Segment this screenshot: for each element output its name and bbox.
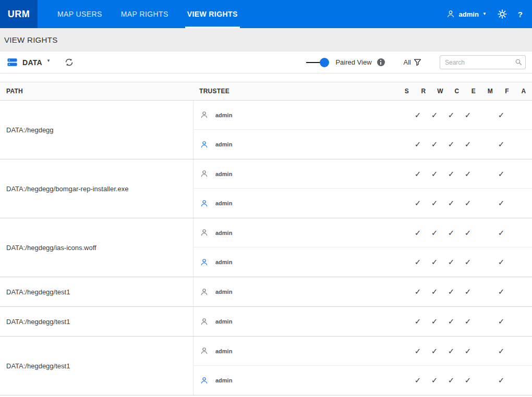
rights-cells: ✓✓✓✓✓	[393, 346, 526, 356]
trustee-row[interactable]: admin✓✓✓✓✓	[194, 247, 532, 277]
page-title: VIEW RIGHTS	[4, 35, 57, 44]
trustee-name: admin	[215, 289, 232, 295]
right-cell-m	[476, 140, 493, 149]
trustee-column-header: TRUSTEE	[193, 88, 398, 95]
right-cell-f: ✓	[493, 346, 510, 356]
trustee-name: admin	[215, 259, 232, 265]
user-icon	[200, 169, 209, 178]
right-cell-r: ✓	[409, 169, 426, 179]
rights-cells: ✓✓✓✓✓	[393, 228, 526, 238]
nav-item-view-rights[interactable]: VIEW RIGHTS	[178, 0, 247, 28]
trustee-name: admin	[215, 318, 232, 325]
rights-cells: ✓✓✓✓✓	[393, 140, 526, 149]
help-button[interactable]: ?	[518, 10, 523, 19]
database-icon	[6, 56, 18, 68]
right-cell-c: ✓	[443, 169, 460, 179]
right-cell-s	[393, 317, 409, 326]
trustee-row[interactable]: admin✓✓✓✓✓	[194, 218, 532, 247]
refresh-icon[interactable]	[64, 57, 74, 67]
user-icon	[200, 228, 209, 237]
trustee-row[interactable]: admin✓✓✓✓✓	[194, 101, 532, 130]
right-cell-c: ✓	[443, 346, 460, 356]
rights-col-header-r: R	[415, 88, 432, 95]
trustee-name: admin	[215, 348, 232, 354]
user-icon	[200, 346, 209, 355]
right-cell-m	[476, 376, 493, 385]
right-cell-a	[510, 287, 526, 296]
right-cell-e: ✓	[460, 110, 476, 120]
trustee-cell: admin	[194, 258, 393, 267]
page-title-bar: VIEW RIGHTS	[0, 28, 532, 52]
trustee-row[interactable]: admin✓✓✓✓✓	[194, 159, 532, 189]
right-cell-a	[510, 346, 526, 356]
info-icon[interactable]	[377, 58, 385, 66]
right-cell-w: ✓	[426, 376, 443, 385]
nav-item-map-rights[interactable]: MAP RIGHTS	[112, 0, 178, 28]
trustee-name: admin	[215, 230, 232, 236]
right-cell-r: ✓	[409, 346, 426, 356]
paired-view-toggle[interactable]	[306, 57, 329, 68]
right-cell-c: ✓	[443, 287, 460, 296]
right-cell-w: ✓	[426, 169, 443, 179]
right-cell-e: ✓	[460, 317, 476, 326]
path-group: DATA:/hegdegg/test1admin✓✓✓✓✓	[0, 307, 532, 337]
rights-filter[interactable]: All	[404, 58, 422, 67]
repository-selector[interactable]: DATA ▼	[6, 56, 51, 68]
user-icon	[200, 317, 209, 326]
right-cell-r: ✓	[409, 198, 426, 208]
settings-gear-icon[interactable]	[497, 9, 507, 19]
chevron-down-icon: ▼	[46, 58, 51, 63]
user-menu[interactable]: admin ▼	[446, 9, 487, 19]
right-cell-f: ✓	[493, 198, 510, 208]
trustee-cell: admin	[194, 110, 393, 119]
right-cell-w: ✓	[426, 140, 443, 149]
right-cell-m	[476, 346, 493, 356]
nav-item-map-users[interactable]: MAP USERS	[48, 0, 112, 28]
right-cell-a	[510, 317, 526, 326]
right-cell-r: ✓	[409, 257, 426, 267]
trustee-row[interactable]: admin✓✓✓✓✓	[194, 366, 532, 395]
rights-header: SRWCEMFA	[398, 88, 532, 95]
right-cell-m	[476, 228, 493, 238]
trustee-rows: admin✓✓✓✓✓admin✓✓✓✓✓	[193, 218, 532, 277]
right-cell-w: ✓	[426, 110, 443, 120]
rights-cells: ✓✓✓✓✓	[393, 110, 526, 120]
right-cell-f: ✓	[493, 287, 510, 296]
right-cell-c: ✓	[443, 198, 460, 208]
trustee-cell: admin	[194, 317, 393, 326]
path-cell: DATA:/hegdegg/test1	[0, 307, 193, 336]
trustee-row[interactable]: admin✓✓✓✓✓	[194, 277, 532, 306]
trustee-name: admin	[215, 112, 232, 118]
rights-col-header-a: A	[515, 88, 532, 95]
right-cell-r: ✓	[409, 317, 426, 326]
right-cell-m	[476, 257, 493, 267]
trustee-row[interactable]: admin✓✓✓✓✓	[194, 307, 532, 336]
path-group: DATA:/hegdeggadmin✓✓✓✓✓admin✓✓✓✓✓	[0, 101, 532, 159]
right-cell-a	[510, 140, 526, 149]
path-cell: DATA:/hegdegg/ias-icons.woff	[0, 218, 193, 277]
repository-name: DATA	[22, 58, 42, 67]
user-icon	[200, 110, 209, 119]
right-cell-f: ✓	[493, 376, 510, 385]
search-box	[440, 55, 526, 69]
trustee-row[interactable]: admin✓✓✓✓✓	[194, 130, 532, 159]
right-cell-a	[510, 228, 526, 238]
right-cell-m	[476, 317, 493, 326]
trustee-row[interactable]: admin✓✓✓✓✓	[194, 337, 532, 366]
right-cell-s	[393, 287, 409, 296]
trustee-rows: admin✓✓✓✓✓admin✓✓✓✓✓	[193, 337, 532, 395]
trustee-row[interactable]: admin✓✓✓✓✓	[194, 189, 532, 218]
right-cell-r: ✓	[409, 287, 426, 296]
trustee-cell: admin	[194, 228, 393, 237]
rights-col-header-m: M	[482, 88, 499, 95]
right-cell-r: ✓	[409, 110, 426, 120]
rights-col-header-e: E	[465, 88, 482, 95]
right-cell-w: ✓	[426, 287, 443, 296]
user-name: admin	[459, 10, 479, 18]
right-cell-f: ✓	[493, 317, 510, 326]
rights-cells: ✓✓✓✓✓	[393, 198, 526, 208]
search-input[interactable]	[440, 55, 526, 69]
right-cell-m	[476, 198, 493, 208]
rights-cells: ✓✓✓✓✓	[393, 169, 526, 179]
right-cell-f: ✓	[493, 228, 510, 238]
